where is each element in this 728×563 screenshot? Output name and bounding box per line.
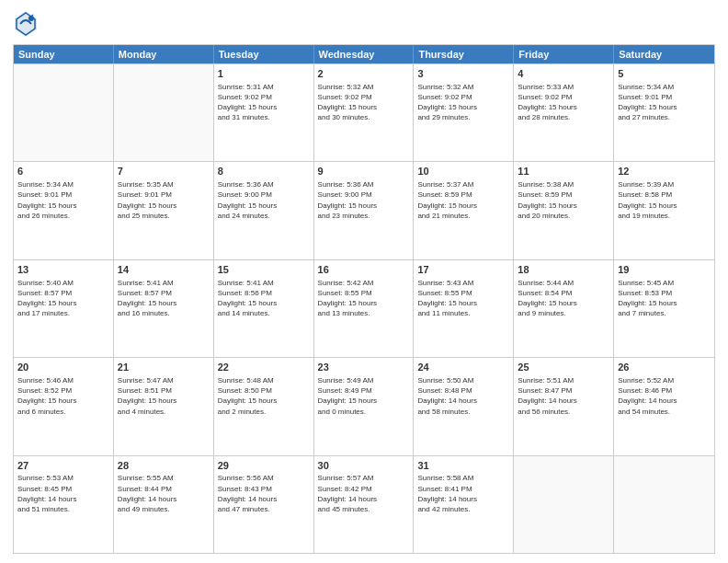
day-info: Sunrise: 5:53 AM Sunset: 8:45 PM Dayligh… bbox=[17, 473, 109, 514]
calendar-cell: 14Sunrise: 5:41 AM Sunset: 8:57 PM Dayli… bbox=[114, 260, 214, 357]
day-info: Sunrise: 5:33 AM Sunset: 9:02 PM Dayligh… bbox=[518, 82, 609, 123]
calendar-header-cell: Sunday bbox=[14, 45, 114, 63]
day-number: 3 bbox=[417, 67, 509, 81]
calendar-cell: 3Sunrise: 5:32 AM Sunset: 9:02 PM Daylig… bbox=[414, 64, 514, 161]
calendar-header-cell: Monday bbox=[114, 45, 214, 63]
logo bbox=[13, 9, 42, 39]
day-info: Sunrise: 5:41 AM Sunset: 8:57 PM Dayligh… bbox=[118, 278, 210, 319]
day-number: 12 bbox=[618, 165, 711, 178]
calendar-cell: 23Sunrise: 5:49 AM Sunset: 8:49 PM Dayli… bbox=[314, 358, 415, 454]
day-number: 26 bbox=[618, 361, 711, 374]
day-info: Sunrise: 5:56 AM Sunset: 8:43 PM Dayligh… bbox=[218, 473, 310, 514]
day-number: 4 bbox=[518, 67, 609, 81]
calendar-cell bbox=[114, 64, 214, 161]
header bbox=[13, 9, 715, 39]
calendar-week: 6Sunrise: 5:34 AM Sunset: 9:01 PM Daylig… bbox=[14, 161, 714, 259]
day-number: 9 bbox=[318, 165, 410, 178]
day-number: 15 bbox=[218, 263, 310, 277]
day-info: Sunrise: 5:46 AM Sunset: 8:52 PM Dayligh… bbox=[17, 375, 109, 417]
calendar-cell: 12Sunrise: 5:39 AM Sunset: 8:58 PM Dayli… bbox=[614, 162, 714, 259]
day-number: 29 bbox=[218, 459, 310, 473]
day-info: Sunrise: 5:51 AM Sunset: 8:47 PM Dayligh… bbox=[518, 375, 609, 417]
calendar-cell: 10Sunrise: 5:37 AM Sunset: 8:59 PM Dayli… bbox=[414, 162, 514, 259]
calendar-cell: 9Sunrise: 5:36 AM Sunset: 9:00 PM Daylig… bbox=[314, 162, 415, 259]
day-number: 18 bbox=[518, 263, 609, 277]
day-info: Sunrise: 5:38 AM Sunset: 8:59 PM Dayligh… bbox=[518, 179, 609, 221]
day-info: Sunrise: 5:49 AM Sunset: 8:49 PM Dayligh… bbox=[318, 375, 410, 417]
calendar-cell: 16Sunrise: 5:42 AM Sunset: 8:55 PM Dayli… bbox=[314, 260, 415, 357]
day-number: 30 bbox=[318, 459, 410, 473]
calendar-week: 13Sunrise: 5:40 AM Sunset: 8:57 PM Dayli… bbox=[14, 259, 714, 357]
day-number: 20 bbox=[17, 361, 109, 374]
calendar-cell: 18Sunrise: 5:44 AM Sunset: 8:54 PM Dayli… bbox=[514, 260, 614, 357]
calendar-cell: 26Sunrise: 5:52 AM Sunset: 8:46 PM Dayli… bbox=[614, 358, 714, 454]
day-info: Sunrise: 5:43 AM Sunset: 8:55 PM Dayligh… bbox=[417, 278, 509, 319]
calendar-cell bbox=[14, 64, 114, 161]
calendar-cell: 15Sunrise: 5:41 AM Sunset: 8:56 PM Dayli… bbox=[214, 260, 314, 357]
calendar-cell: 7Sunrise: 5:35 AM Sunset: 9:01 PM Daylig… bbox=[114, 162, 214, 259]
day-number: 23 bbox=[318, 361, 410, 374]
calendar: SundayMondayTuesdayWednesdayThursdayFrid… bbox=[13, 44, 715, 554]
day-info: Sunrise: 5:36 AM Sunset: 9:00 PM Dayligh… bbox=[318, 179, 410, 221]
day-info: Sunrise: 5:37 AM Sunset: 8:59 PM Dayligh… bbox=[417, 179, 509, 221]
day-info: Sunrise: 5:36 AM Sunset: 9:00 PM Dayligh… bbox=[218, 179, 310, 221]
day-info: Sunrise: 5:44 AM Sunset: 8:54 PM Dayligh… bbox=[518, 278, 609, 319]
calendar-cell: 8Sunrise: 5:36 AM Sunset: 9:00 PM Daylig… bbox=[214, 162, 314, 259]
calendar-header-row: SundayMondayTuesdayWednesdayThursdayFrid… bbox=[14, 45, 714, 63]
day-number: 2 bbox=[318, 67, 410, 81]
day-info: Sunrise: 5:58 AM Sunset: 8:41 PM Dayligh… bbox=[417, 473, 509, 514]
day-info: Sunrise: 5:52 AM Sunset: 8:46 PM Dayligh… bbox=[618, 375, 711, 417]
day-info: Sunrise: 5:34 AM Sunset: 9:01 PM Dayligh… bbox=[17, 179, 109, 221]
calendar-cell: 1Sunrise: 5:31 AM Sunset: 9:02 PM Daylig… bbox=[214, 64, 314, 161]
calendar-cell: 28Sunrise: 5:55 AM Sunset: 8:44 PM Dayli… bbox=[114, 456, 214, 553]
calendar-cell: 5Sunrise: 5:34 AM Sunset: 9:01 PM Daylig… bbox=[614, 64, 714, 161]
day-number: 8 bbox=[218, 165, 310, 178]
day-info: Sunrise: 5:50 AM Sunset: 8:48 PM Dayligh… bbox=[417, 375, 509, 417]
day-number: 22 bbox=[218, 361, 310, 374]
calendar-cell: 2Sunrise: 5:32 AM Sunset: 9:02 PM Daylig… bbox=[314, 64, 415, 161]
day-number: 11 bbox=[518, 165, 609, 178]
calendar-cell: 4Sunrise: 5:33 AM Sunset: 9:02 PM Daylig… bbox=[514, 64, 614, 161]
calendar-header-cell: Saturday bbox=[614, 45, 714, 63]
calendar-cell: 6Sunrise: 5:34 AM Sunset: 9:01 PM Daylig… bbox=[14, 162, 114, 259]
day-info: Sunrise: 5:42 AM Sunset: 8:55 PM Dayligh… bbox=[318, 278, 410, 319]
day-info: Sunrise: 5:40 AM Sunset: 8:57 PM Dayligh… bbox=[17, 278, 109, 319]
calendar-cell bbox=[614, 456, 714, 553]
day-number: 31 bbox=[417, 459, 509, 473]
calendar-cell: 27Sunrise: 5:53 AM Sunset: 8:45 PM Dayli… bbox=[14, 456, 114, 553]
calendar-week: 20Sunrise: 5:46 AM Sunset: 8:52 PM Dayli… bbox=[14, 357, 714, 454]
day-info: Sunrise: 5:55 AM Sunset: 8:44 PM Dayligh… bbox=[118, 473, 210, 514]
day-number: 1 bbox=[218, 67, 310, 81]
calendar-cell: 29Sunrise: 5:56 AM Sunset: 8:43 PM Dayli… bbox=[214, 456, 314, 553]
day-number: 13 bbox=[17, 263, 109, 277]
day-info: Sunrise: 5:45 AM Sunset: 8:53 PM Dayligh… bbox=[618, 278, 711, 319]
calendar-week: 27Sunrise: 5:53 AM Sunset: 8:45 PM Dayli… bbox=[14, 455, 714, 553]
calendar-week: 1Sunrise: 5:31 AM Sunset: 9:02 PM Daylig… bbox=[14, 63, 714, 161]
day-number: 17 bbox=[417, 263, 509, 277]
calendar-cell: 20Sunrise: 5:46 AM Sunset: 8:52 PM Dayli… bbox=[14, 358, 114, 454]
calendar-cell: 21Sunrise: 5:47 AM Sunset: 8:51 PM Dayli… bbox=[114, 358, 214, 454]
day-number: 6 bbox=[17, 165, 109, 178]
day-number: 25 bbox=[518, 361, 609, 374]
day-info: Sunrise: 5:41 AM Sunset: 8:56 PM Dayligh… bbox=[218, 278, 310, 319]
calendar-header-cell: Thursday bbox=[414, 45, 514, 63]
day-number: 24 bbox=[417, 361, 509, 374]
calendar-header-cell: Wednesday bbox=[314, 45, 415, 63]
day-number: 27 bbox=[17, 459, 109, 473]
day-info: Sunrise: 5:48 AM Sunset: 8:50 PM Dayligh… bbox=[218, 375, 310, 417]
calendar-cell: 19Sunrise: 5:45 AM Sunset: 8:53 PM Dayli… bbox=[614, 260, 714, 357]
calendar-cell: 30Sunrise: 5:57 AM Sunset: 8:42 PM Dayli… bbox=[314, 456, 415, 553]
day-number: 10 bbox=[417, 165, 509, 178]
calendar-cell: 31Sunrise: 5:58 AM Sunset: 8:41 PM Dayli… bbox=[414, 456, 514, 553]
day-number: 28 bbox=[118, 459, 210, 473]
calendar-cell: 13Sunrise: 5:40 AM Sunset: 8:57 PM Dayli… bbox=[14, 260, 114, 357]
day-number: 19 bbox=[618, 263, 711, 277]
calendar-cell: 24Sunrise: 5:50 AM Sunset: 8:48 PM Dayli… bbox=[414, 358, 514, 454]
page: SundayMondayTuesdayWednesdayThursdayFrid… bbox=[0, 0, 728, 563]
calendar-cell: 11Sunrise: 5:38 AM Sunset: 8:59 PM Dayli… bbox=[514, 162, 614, 259]
day-number: 7 bbox=[118, 165, 210, 178]
day-info: Sunrise: 5:39 AM Sunset: 8:58 PM Dayligh… bbox=[618, 179, 711, 221]
day-info: Sunrise: 5:35 AM Sunset: 9:01 PM Dayligh… bbox=[118, 179, 210, 221]
day-number: 16 bbox=[318, 263, 410, 277]
calendar-header-cell: Friday bbox=[514, 45, 614, 63]
